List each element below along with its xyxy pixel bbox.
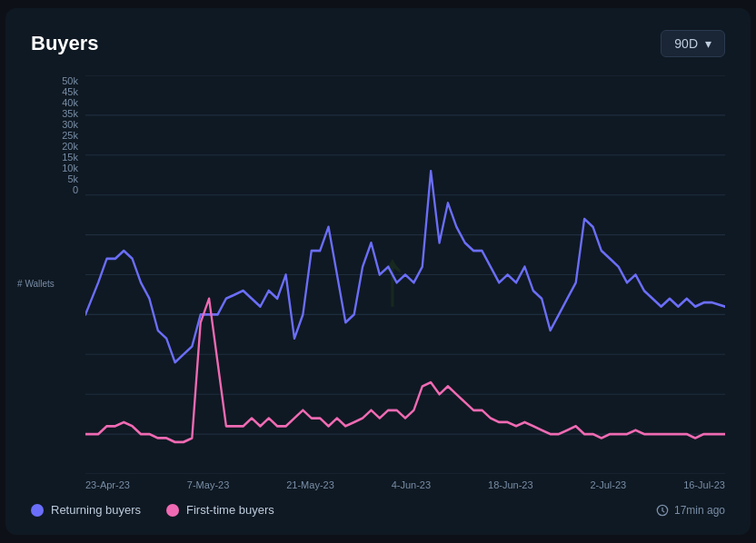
y-label-30k: 30k <box>40 119 78 130</box>
period-label: 90D <box>674 36 698 51</box>
y-label-10k: 10k <box>40 163 78 173</box>
x-label-may21: 21-May-23 <box>286 479 334 490</box>
buyers-card: Buyers 90D ▾ # Wallets 50k 45k 40k 35k 3… <box>5 8 751 535</box>
chart-svg: ↑ <box>85 75 725 474</box>
period-selector[interactable]: 90D ▾ <box>661 30 725 57</box>
y-label-25k: 25k <box>40 130 78 141</box>
legend-returning: Returning buyers <box>31 503 141 517</box>
card-title: Buyers <box>31 32 99 55</box>
y-label-20k: 20k <box>40 141 78 152</box>
legend-firsttime: First-time buyers <box>166 503 274 517</box>
y-axis-title: # Wallets <box>17 278 55 288</box>
timestamp-value: 17min ago <box>674 504 725 517</box>
returning-dot <box>31 504 44 517</box>
x-label-jun4: 4-Jun-23 <box>392 479 431 490</box>
card-footer: Returning buyers First-time buyers 17min… <box>31 503 725 517</box>
firsttime-label: First-time buyers <box>186 503 274 517</box>
returning-label: Returning buyers <box>51 503 141 517</box>
x-label-apr23: 23-Apr-23 <box>85 479 130 490</box>
chevron-down-icon: ▾ <box>705 36 711 51</box>
y-label-35k: 35k <box>40 108 78 119</box>
y-label-0: 0 <box>40 184 78 195</box>
chart-plot: ↑ <box>85 75 725 474</box>
x-label-jul2: 2-Jul-23 <box>590 479 626 490</box>
chart-area: # Wallets 50k 45k 40k 35k 30k 25k 20k 15… <box>31 75 725 490</box>
y-axis: 50k 45k 40k 35k 30k 25k 20k 15k 10k 5k 0 <box>40 75 85 221</box>
y-label-50k: 50k <box>40 75 78 86</box>
x-label-may7: 7-May-23 <box>187 479 229 490</box>
x-label-jul16: 16-Jul-23 <box>683 479 725 490</box>
firsttime-dot <box>166 504 179 517</box>
chart-inner: ↑ 23-Apr-23 7-May-23 21-May-23 4-Jun-23 … <box>85 75 725 490</box>
x-axis: 23-Apr-23 7-May-23 21-May-23 4-Jun-23 18… <box>85 474 725 490</box>
y-label-15k: 15k <box>40 152 78 163</box>
x-label-jun18: 18-Jun-23 <box>488 479 533 490</box>
clock-icon <box>656 504 669 517</box>
card-header: Buyers 90D ▾ <box>31 30 725 57</box>
y-label-5k: 5k <box>40 173 78 184</box>
y-label-40k: 40k <box>40 97 78 108</box>
timestamp-display: 17min ago <box>656 504 725 517</box>
chart-legend: Returning buyers First-time buyers <box>31 503 274 517</box>
y-label-45k: 45k <box>40 86 78 97</box>
